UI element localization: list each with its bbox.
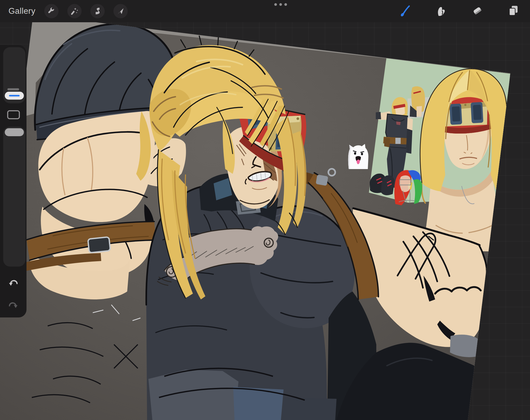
canvas-options-button[interactable] <box>274 3 287 6</box>
erase-button[interactable] <box>468 2 487 20</box>
transform-button[interactable] <box>113 4 128 18</box>
wrench-icon <box>47 7 56 15</box>
size-slider-tick <box>7 88 19 90</box>
gallery-button[interactable]: Gallery <box>8 6 36 16</box>
canvas[interactable] <box>0 0 530 420</box>
large-head-portrait <box>420 69 513 252</box>
opacity-handle[interactable] <box>5 128 24 136</box>
s-ribbon-icon <box>93 7 102 15</box>
ellipsis-icon <box>274 3 277 6</box>
redo-arrow-icon <box>7 298 20 311</box>
app-window: Gallery <box>0 0 530 420</box>
dog-sticker <box>348 144 368 169</box>
paint-button[interactable] <box>396 2 414 20</box>
layers-icon <box>507 5 519 17</box>
undo-button[interactable] <box>7 276 20 289</box>
paintbrush-icon <box>399 5 411 18</box>
redo-button[interactable] <box>7 298 20 311</box>
adjustments-button[interactable] <box>67 4 82 18</box>
selection-button[interactable] <box>90 4 105 18</box>
size-indicator <box>9 95 20 96</box>
toolbar: Gallery <box>0 0 530 22</box>
sidebar <box>0 45 26 317</box>
rainbow-hair-sketch <box>394 170 422 205</box>
magic-wand-icon <box>70 7 79 15</box>
modify-button[interactable] <box>7 110 20 119</box>
opacity-slider[interactable] <box>3 127 25 267</box>
eraser-icon <box>471 5 483 17</box>
smudge-finger-icon <box>435 5 447 17</box>
brush-size-handle[interactable] <box>5 92 24 100</box>
smudge-button[interactable] <box>432 2 450 20</box>
actions-button[interactable] <box>44 4 59 18</box>
arrow-cursor-icon <box>116 7 125 15</box>
undo-arrow-icon <box>7 276 20 289</box>
layers-button[interactable] <box>504 2 523 20</box>
